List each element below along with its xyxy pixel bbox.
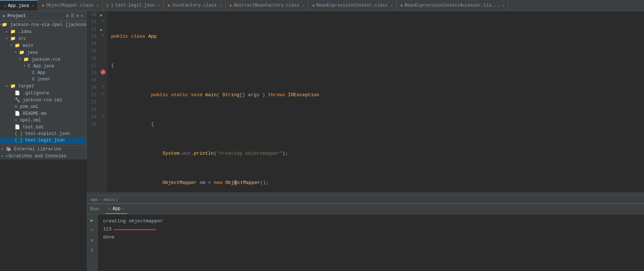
expand-arrow: ▼ bbox=[15, 51, 19, 54]
tree-item-jackson-rce[interactable]: ▼ 📁 jackson.rce bbox=[0, 56, 86, 63]
expand-arrow: ▼ bbox=[10, 44, 15, 48]
java-icon: ☕ bbox=[4, 3, 6, 8]
expand-arrow: ▶ bbox=[6, 30, 10, 34]
app-icon: ▷ bbox=[109, 206, 111, 211]
tab-abstractbeanfactory[interactable]: ◆ AbstractBeanFactory.class ✕ bbox=[226, 0, 309, 11]
tree-item-readme[interactable]: 📄 README.md bbox=[0, 110, 86, 117]
tab-close-button[interactable]: ✕ bbox=[390, 3, 393, 8]
tree-item-target[interactable]: ▶ 📁 target bbox=[0, 83, 86, 90]
tab-close-button[interactable]: ✕ bbox=[158, 3, 160, 8]
tree-item-iml[interactable]: 🔧 jackson-rce.iml bbox=[0, 97, 86, 103]
stop-button[interactable]: ■ bbox=[88, 226, 96, 234]
json-icon: { } bbox=[15, 138, 23, 143]
tab-label: JsonFactory.class bbox=[172, 3, 216, 8]
tab-test-legit[interactable]: { } test-legit.json ✕ bbox=[103, 0, 164, 11]
tree-item-gitignore[interactable]: 📄 .gitignore bbox=[0, 90, 86, 97]
horizontal-scrollbar[interactable] bbox=[87, 192, 644, 195]
tree-item-appjava[interactable]: ▼ C App.java bbox=[0, 63, 86, 69]
folder-icon: 📁 bbox=[23, 57, 29, 62]
code-line-14: System.out.println("creating objectmappe… bbox=[111, 150, 640, 157]
output-line-2: 123 bbox=[103, 225, 639, 233]
project-panel-title: Project bbox=[7, 14, 26, 19]
run-panel-header: Run: ▷ App ✕ bbox=[87, 204, 644, 214]
xml-icon: m bbox=[15, 104, 17, 109]
run-tab-label: App bbox=[113, 206, 121, 211]
tab-jsonfactory[interactable]: ◆ JsonFactory.class ✕ bbox=[164, 0, 226, 11]
library-icon: 📚 bbox=[6, 146, 11, 152]
file-icon: 🔧 bbox=[15, 97, 20, 103]
tab-app-java[interactable]: ☕ App.java ✕ bbox=[0, 0, 38, 11]
tree-item-app-class[interactable]: C App bbox=[0, 69, 86, 76]
tree-item-legit-json[interactable]: { } test-legit.json bbox=[0, 137, 86, 144]
class-icon: ◆ bbox=[230, 3, 232, 8]
main-area: ▶ Project ⚙ ☰ ⚙ ✕ ▼ 📁 jackson-rce-via-sp… bbox=[0, 11, 644, 271]
tab-close-button[interactable]: ✕ bbox=[502, 3, 504, 8]
tree-label: jackson.rce bbox=[29, 57, 60, 62]
fold-marker-22[interactable]: ⊖ bbox=[102, 91, 104, 96]
tree-item-main[interactable]: ▼ 📁 main bbox=[0, 42, 86, 49]
tree-item-exploit-json[interactable]: { } test-exploit.json bbox=[0, 131, 86, 137]
code-line-10: public class App bbox=[111, 33, 640, 40]
tree-item-scratches[interactable]: ▶ ✏ Scratches and Consoles bbox=[0, 153, 86, 159]
run-button[interactable]: ▶ bbox=[88, 216, 96, 224]
tree-label: java bbox=[24, 50, 38, 55]
tree-item-external-libs[interactable]: ▶ 📚 External Libraries bbox=[0, 145, 86, 153]
class-icon: ◆ bbox=[42, 3, 44, 8]
scroll-to-end-button[interactable]: ⤓ bbox=[88, 246, 96, 254]
layout-icon[interactable]: ☰ bbox=[71, 13, 75, 19]
code-line-11: { bbox=[111, 62, 640, 69]
tree-label: App bbox=[35, 70, 45, 75]
folder-icon: 📁 bbox=[10, 36, 16, 41]
output-line-3: done bbox=[103, 233, 639, 241]
folder-icon: 📁 bbox=[10, 83, 16, 89]
run-tab-app[interactable]: ▷ App ✕ bbox=[106, 204, 127, 214]
tree-item-project[interactable]: ▼ 📁 jackson-rce-via-spel [jackson bbox=[0, 21, 86, 28]
tab-close-button[interactable]: ✕ bbox=[32, 4, 34, 8]
tree-item-bat[interactable]: 📄 test.bat bbox=[0, 124, 86, 131]
fold-marker-13[interactable]: ⊖ bbox=[102, 33, 104, 37]
run-output: creating objectmapper 123 bbox=[98, 214, 644, 271]
tree-label: target bbox=[16, 84, 34, 89]
fold-marker-24[interactable]: ⊖ bbox=[102, 113, 104, 118]
output-text: done bbox=[103, 233, 114, 241]
gear-icon[interactable]: ⚙ bbox=[76, 13, 79, 19]
expand-arrow: ▼ bbox=[23, 64, 28, 68]
expand-arrow: ▶ bbox=[1, 147, 6, 151]
code-line-13: { bbox=[111, 121, 640, 128]
tree-item-src[interactable]: ▼ 📁 src bbox=[0, 35, 86, 42]
code-content[interactable]: public class App { public static void ma… bbox=[107, 11, 644, 192]
tree-label: Scratches and Consoles bbox=[8, 154, 66, 159]
breadcrumb-item-app: App bbox=[90, 197, 98, 202]
file-icon: 📄 bbox=[15, 124, 20, 130]
code-editor[interactable]: 10 11 12 13 14 15 16 17 18 19 20 21 22 2… bbox=[87, 11, 644, 192]
rerun-button[interactable]: ↺ bbox=[88, 236, 96, 244]
tab-objectmapper[interactable]: ◆ ObjectMapper.class ✕ bbox=[38, 0, 102, 11]
tab-label: AbstractBeanFactory.class bbox=[234, 3, 299, 8]
tree-item-spel[interactable]: x spel.xml bbox=[0, 117, 86, 124]
folder-icon: 📁 bbox=[2, 22, 7, 27]
fold-marker-21[interactable]: ⊖ bbox=[102, 84, 104, 89]
breadcrumb-separator: › bbox=[99, 197, 102, 202]
tab-beanexpressioncontext[interactable]: ◆ BeanExpressionContext.class ✕ bbox=[308, 0, 397, 11]
file-icon: 📄 bbox=[15, 111, 20, 116]
tab-beanexpressioncontextaccessor[interactable]: ◆ BeanExpressionContextAccessor.cla... ✕ bbox=[397, 0, 508, 11]
tree-item-java[interactable]: ▼ 📁 java bbox=[0, 49, 86, 56]
project-icon: ▶ bbox=[3, 13, 5, 19]
tab-close-button[interactable]: ✕ bbox=[96, 3, 99, 8]
tab-label: App.java bbox=[8, 3, 29, 8]
red-arrow-output bbox=[114, 226, 158, 233]
settings-icon[interactable]: ⚙ bbox=[66, 13, 68, 19]
close-panel-icon[interactable]: ✕ bbox=[81, 13, 83, 19]
tree-item-idea[interactable]: ▶ 📁 .idea bbox=[0, 28, 86, 35]
tree-label: App.java bbox=[30, 64, 54, 69]
output-text: creating objectmapper bbox=[103, 217, 163, 225]
run-label: Run: bbox=[90, 207, 101, 212]
tab-close-button[interactable]: ✕ bbox=[302, 3, 304, 8]
tree-item-pom[interactable]: m pom.xml bbox=[0, 103, 86, 110]
tab-close-button[interactable]: ✕ bbox=[219, 3, 221, 8]
expand-arrow: ▶ bbox=[6, 84, 10, 88]
run-tab-close[interactable]: ✕ bbox=[122, 207, 124, 211]
project-tree: ▼ 📁 jackson-rce-via-spel [jackson ▶ 📁 .i… bbox=[0, 21, 87, 159]
fold-marker-11[interactable]: ⊖ bbox=[102, 18, 104, 23]
tree-item-inner-class[interactable]: C inner bbox=[0, 76, 86, 83]
